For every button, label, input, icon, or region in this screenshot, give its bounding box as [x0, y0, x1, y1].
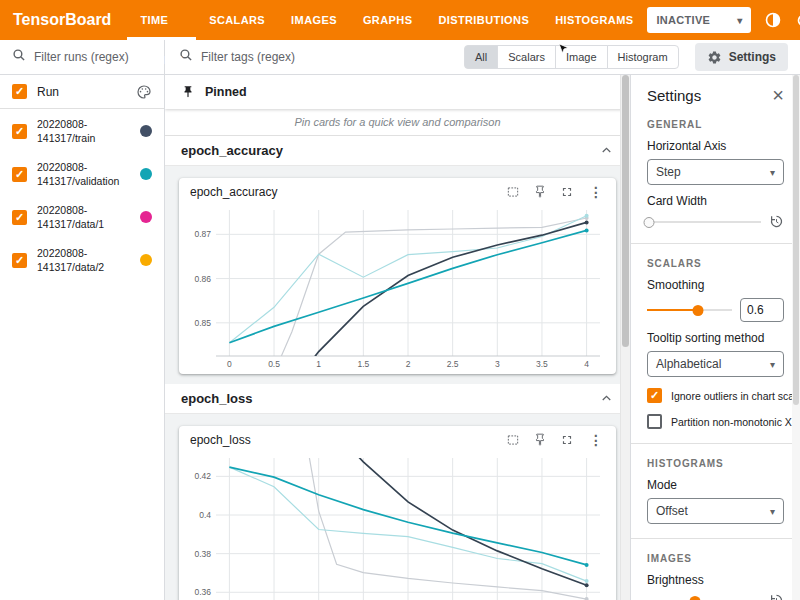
tab-time-series[interactable]: TIME SERIES	[127, 0, 196, 40]
fullscreen-icon[interactable]	[560, 185, 574, 199]
chevron-up-icon[interactable]	[599, 143, 614, 158]
svg-text:0: 0	[227, 359, 232, 369]
tags-filter-cell	[165, 40, 464, 74]
histogram-mode-value: Offset	[656, 504, 688, 518]
refresh-icon[interactable]	[795, 12, 800, 29]
main-content: Pinned Pin cards for a quick view and co…	[165, 75, 630, 600]
pin-outline-icon[interactable]	[533, 185, 547, 199]
filter-runs-input[interactable]	[34, 50, 152, 64]
svg-text:4: 4	[584, 359, 589, 369]
settings-panel: Settings × GENERAL Horizontal Axis Step …	[630, 75, 800, 600]
run-checkbox[interactable]	[12, 167, 27, 182]
filter-scalars-button[interactable]: Scalars	[497, 45, 556, 69]
tab-images[interactable]: IMAGES	[278, 0, 350, 40]
brightness-slider[interactable]	[647, 594, 761, 600]
theme-toggle-icon[interactable]	[764, 11, 782, 29]
dropdown-arrow-icon: ▾	[770, 506, 775, 517]
select-all-runs-checkbox[interactable]	[12, 84, 27, 99]
svg-text:1.5: 1.5	[357, 359, 369, 369]
settings-button-label: Settings	[729, 50, 776, 64]
fullscreen-icon[interactable]	[560, 433, 574, 447]
run-checkbox[interactable]	[12, 124, 27, 139]
run-color-dot[interactable]	[140, 125, 152, 137]
scrollbar-thumb[interactable]	[622, 75, 629, 347]
epoch-accuracy-card: epoch_accuracy ⋮ 00.511.522.533.540.850.…	[179, 178, 616, 374]
palette-icon[interactable]	[136, 84, 152, 100]
run-row-data-1[interactable]: 20220808-141317/data/1	[0, 195, 164, 238]
partition-x-axis-checkbox[interactable]	[647, 414, 662, 429]
reload-status-dropdown[interactable]: INACTIVE ▾	[647, 7, 751, 33]
run-row-train[interactable]: 20220808-141317/train	[0, 109, 164, 152]
run-color-dot[interactable]	[140, 168, 152, 180]
close-icon[interactable]: ×	[772, 85, 784, 105]
card-actions: ⋮	[506, 184, 605, 200]
svg-text:0.42: 0.42	[194, 471, 211, 481]
app-header: TensorBoard TIME SERIES SCALARS IMAGES G…	[0, 0, 800, 40]
top-nav-tabs: TIME SERIES SCALARS IMAGES GRAPHS DISTRI…	[127, 0, 646, 40]
slider-thumb[interactable]	[689, 596, 700, 600]
fit-domain-icon[interactable]	[506, 185, 520, 199]
histogram-mode-select[interactable]: Offset ▾	[647, 498, 784, 524]
tab-graphs[interactable]: GRAPHS	[350, 0, 425, 40]
card-header: epoch_loss ⋮	[182, 432, 613, 450]
fit-domain-icon[interactable]	[506, 433, 520, 447]
plugin-type-filter: All Scalars Image Histogram	[464, 45, 679, 69]
images-heading: IMAGES	[647, 553, 784, 564]
filter-all-button[interactable]: All	[464, 45, 498, 69]
main-scrollbar[interactable]	[620, 75, 630, 600]
card-actions: ⋮	[506, 432, 605, 448]
reset-icon[interactable]	[769, 214, 784, 229]
svg-text:0.86: 0.86	[194, 274, 211, 284]
filter-histogram-button[interactable]: Histogram	[607, 45, 679, 69]
run-color-dot[interactable]	[140, 211, 152, 223]
smoothing-input[interactable]	[740, 298, 784, 322]
settings-button[interactable]: Settings	[695, 43, 788, 71]
run-name: 20220808-141317/train	[37, 117, 129, 145]
run-checkbox[interactable]	[12, 253, 27, 268]
section-body-epoch-loss: epoch_loss ⋮ 00.511.522.533.540.360.380.…	[165, 414, 630, 600]
general-heading: GENERAL	[647, 119, 784, 130]
horizontal-axis-label: Horizontal Axis	[647, 139, 784, 153]
run-row-data-2[interactable]: 20220808-141317/data/2	[0, 238, 164, 281]
filter-tags-input[interactable]	[201, 50, 450, 64]
run-color-dot[interactable]	[140, 254, 152, 266]
pin-outline-icon[interactable]	[533, 433, 547, 447]
run-row-validation[interactable]: 20220808-141317/validation	[0, 152, 164, 195]
tab-scalars[interactable]: SCALARS	[196, 0, 278, 40]
slider-thumb[interactable]	[644, 217, 655, 228]
runs-header-row: Run	[0, 75, 164, 109]
ignore-outliers-checkbox[interactable]	[647, 388, 662, 403]
slider-thumb[interactable]	[693, 305, 704, 316]
section-header-epoch-loss[interactable]: epoch_loss	[165, 384, 630, 414]
card-header: epoch_accuracy ⋮	[182, 184, 613, 202]
ignore-outliers-label: Ignore outliers in chart scaling	[671, 390, 800, 402]
svg-text:0.4: 0.4	[199, 510, 211, 520]
filter-image-button[interactable]: Image	[555, 45, 608, 69]
card-width-slider[interactable]	[647, 215, 761, 229]
svg-text:3: 3	[495, 359, 500, 369]
tab-distributions[interactable]: DISTRIBUTIONS	[425, 0, 542, 40]
more-options-icon[interactable]: ⋮	[587, 184, 605, 200]
card-title: epoch_loss	[190, 433, 251, 447]
settings-panel-title: Settings	[647, 87, 701, 104]
pin-hint-text: Pin cards for a quick view and compariso…	[165, 109, 630, 136]
tooltip-sorting-select[interactable]: Alphabetical ▾	[647, 351, 784, 377]
reset-icon[interactable]	[769, 593, 784, 600]
card-width-label: Card Width	[647, 194, 784, 208]
tab-histograms[interactable]: HISTOGRAMS	[542, 0, 646, 40]
scalars-heading: SCALARS	[647, 258, 784, 269]
smoothing-slider[interactable]	[647, 303, 732, 317]
horizontal-axis-value: Step	[656, 165, 681, 179]
app-logo: TensorBoard	[0, 11, 127, 29]
gear-icon	[707, 50, 722, 65]
brightness-label: Brightness	[647, 573, 784, 587]
scrollbar-thumb[interactable]	[793, 75, 799, 405]
epoch-accuracy-chart[interactable]: 00.511.522.533.540.850.860.87	[182, 202, 612, 372]
more-options-icon[interactable]: ⋮	[587, 432, 605, 448]
chevron-up-icon[interactable]	[599, 391, 614, 406]
run-checkbox[interactable]	[12, 210, 27, 225]
horizontal-axis-select[interactable]: Step ▾	[647, 159, 784, 185]
section-header-epoch-accuracy[interactable]: epoch_accuracy	[165, 136, 630, 166]
settings-scrollbar[interactable]	[792, 75, 800, 600]
epoch-loss-chart[interactable]: 00.511.522.533.540.360.380.40.42	[182, 450, 612, 600]
